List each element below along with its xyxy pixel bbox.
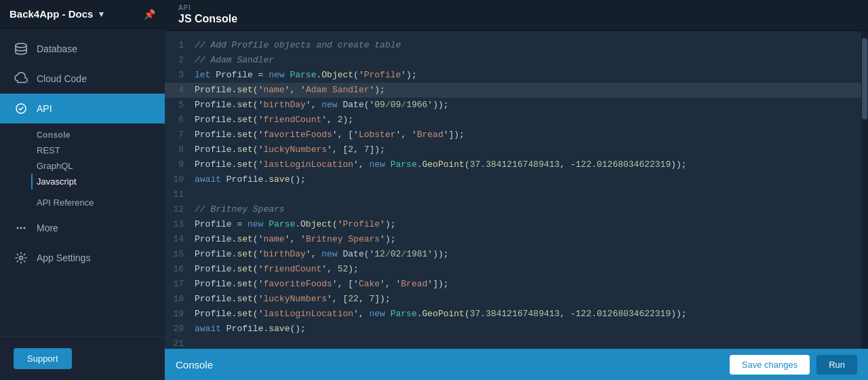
support-button[interactable]: Support xyxy=(14,348,72,369)
sidebar-header: Back4App - Docs ▼ 📌 xyxy=(0,0,165,28)
sidebar-logo-text: Back4App - Docs xyxy=(9,8,93,20)
line-number: 21 xyxy=(165,337,195,349)
line-number: 14 xyxy=(165,232,195,247)
code-line-9: 9Profile.set('lastLoginLocation', new Pa… xyxy=(165,157,861,172)
code-editor[interactable]: 1// Add Profile objects and create table… xyxy=(165,31,861,349)
pin-icon: 📌 xyxy=(144,9,155,20)
sidebar-item-more[interactable]: More xyxy=(0,213,165,243)
line-content: let Profile = new Parse.Object('Profile'… xyxy=(195,68,431,83)
line-number: 18 xyxy=(165,292,195,307)
scrollbar-track[interactable] xyxy=(861,31,868,349)
sidebar-item-cloud-code[interactable]: Cloud Code xyxy=(0,64,165,94)
page-title: JS Console xyxy=(178,13,854,25)
line-number: 12 xyxy=(165,202,195,217)
sidebar-item-api-reference[interactable]: API Reference xyxy=(0,192,165,213)
line-number: 17 xyxy=(165,277,195,292)
sidebar-item-app-settings[interactable]: App Settings xyxy=(0,243,165,273)
code-line-14: 14Profile.set('name', 'Britney Spears'); xyxy=(165,232,861,247)
code-line-4: 4Profile.set('name', 'Adam Sandler'); xyxy=(165,83,861,98)
line-content: // Add Profile objects and create table xyxy=(195,38,414,53)
line-content: Profile.set('lastLoginLocation', new Par… xyxy=(195,157,701,172)
code-line-7: 7Profile.set('favoriteFoods', ['Lobster'… xyxy=(165,128,861,142)
line-content: Profile.set('favoriteFoods', ['Lobster',… xyxy=(195,128,478,142)
svg-point-3 xyxy=(20,227,22,229)
console-section-label: Console xyxy=(37,126,165,142)
line-number: 10 xyxy=(165,172,195,187)
sidebar: Back4App - Docs ▼ 📌 Database Cl xyxy=(0,0,165,380)
footer-buttons: Save changes Run xyxy=(730,355,857,375)
line-number: 19 xyxy=(165,307,195,322)
line-content: await Profile.save(); xyxy=(195,322,319,337)
more-icon xyxy=(14,221,28,235)
line-number: 13 xyxy=(165,217,195,232)
api-breadcrumb: API xyxy=(178,4,854,12)
save-changes-button[interactable]: Save changes xyxy=(730,355,810,375)
line-content: Profile.set('birthDay', new Date('12/02/… xyxy=(195,247,462,262)
line-content: // Adam Sandler xyxy=(195,53,288,68)
main-header: API JS Console xyxy=(165,0,868,31)
console-footer: Console Save changes Run xyxy=(165,349,868,380)
line-content: Profile.set('lastLoginLocation', new Par… xyxy=(195,307,701,322)
subnav-javascript[interactable]: Javascript xyxy=(31,174,165,189)
code-line-15: 15Profile.set('birthDay', new Date('12/0… xyxy=(165,247,861,262)
code-line-8: 8Profile.set('luckyNumbers', [2, 7]); xyxy=(165,142,861,157)
code-line-2: 2// Adam Sandler xyxy=(165,53,861,68)
editor-wrap: 1// Add Profile objects and create table… xyxy=(165,31,868,349)
line-number: 3 xyxy=(165,68,195,83)
sidebar-item-database-label: Database xyxy=(37,43,77,54)
code-line-17: 17Profile.set('favoriteFoods', ['Cake', … xyxy=(165,277,861,292)
line-content: Profile = new Parse.Object('Profile'); xyxy=(195,217,410,232)
line-number: 15 xyxy=(165,247,195,262)
svg-point-2 xyxy=(17,227,19,229)
code-line-19: 19Profile.set('lastLoginLocation', new P… xyxy=(165,307,861,322)
sidebar-item-api[interactable]: API xyxy=(0,94,165,124)
code-line-20: 20await Profile.save(); xyxy=(165,322,861,337)
cloud-icon xyxy=(14,71,28,86)
code-line-18: 18Profile.set('luckyNumbers', [22, 7]); xyxy=(165,292,861,307)
line-number: 6 xyxy=(165,113,195,128)
code-line-11: 11 xyxy=(165,187,861,202)
api-icon xyxy=(14,101,28,116)
code-line-21: 21 xyxy=(165,337,861,349)
sidebar-nav: Database Cloud Code API Console xyxy=(0,28,165,337)
line-content: Profile.set('luckyNumbers', [2, 7]); xyxy=(195,142,399,157)
svg-point-0 xyxy=(16,43,26,48)
line-number: 9 xyxy=(165,157,195,172)
sidebar-item-database[interactable]: Database xyxy=(0,34,165,64)
line-number: 20 xyxy=(165,322,195,337)
code-line-5: 5Profile.set('birthDay', new Date('09/09… xyxy=(165,98,861,113)
line-number: 2 xyxy=(165,53,195,68)
line-number: 7 xyxy=(165,128,195,142)
code-line-12: 12// Britney Spears xyxy=(165,202,861,217)
line-number: 11 xyxy=(165,187,195,202)
line-content: Profile.set('friendCount', 2); xyxy=(195,113,367,128)
main-content: API JS Console 1// Add Profile objects a… xyxy=(165,0,868,380)
line-number: 4 xyxy=(165,83,195,98)
subnav-graphql[interactable]: GraphQL xyxy=(37,158,165,174)
scrollbar-thumb[interactable] xyxy=(862,38,867,119)
svg-point-5 xyxy=(20,256,23,260)
api-subnav: Console REST GraphQL Javascript xyxy=(0,124,165,192)
code-line-6: 6Profile.set('friendCount', 2); xyxy=(165,113,861,128)
console-footer-label: Console xyxy=(176,359,213,370)
line-content: Profile.set('name', 'Britney Spears'); xyxy=(195,232,410,247)
sidebar-title-wrap[interactable]: Back4App - Docs ▼ xyxy=(9,8,105,20)
svg-point-4 xyxy=(24,227,26,229)
subnav-rest[interactable]: REST xyxy=(37,142,165,158)
line-content: Profile.set('luckyNumbers', [22, 7]); xyxy=(195,292,404,307)
line-content: Profile.set('birthDay', new Date('09/09/… xyxy=(195,98,462,113)
line-number: 1 xyxy=(165,38,195,53)
sidebar-item-cloud-code-label: Cloud Code xyxy=(37,73,87,84)
code-line-1: 1// Add Profile objects and create table xyxy=(165,38,861,53)
code-line-16: 16Profile.set('friendCount', 52); xyxy=(165,262,861,277)
line-content: Profile.set('favoriteFoods', ['Cake', 'B… xyxy=(195,277,462,292)
sidebar-item-app-settings-label: App Settings xyxy=(37,252,90,263)
line-number: 5 xyxy=(165,98,195,113)
sidebar-item-more-label: More xyxy=(37,223,58,233)
code-line-10: 10await Profile.save(); xyxy=(165,172,861,187)
run-button[interactable]: Run xyxy=(816,355,857,375)
line-content: await Profile.save(); xyxy=(195,172,319,187)
code-line-3: 3let Profile = new Parse.Object('Profile… xyxy=(165,68,861,83)
line-content: Profile.set('name', 'Adam Sandler'); xyxy=(195,83,399,98)
sidebar-item-api-label: API xyxy=(37,103,52,114)
